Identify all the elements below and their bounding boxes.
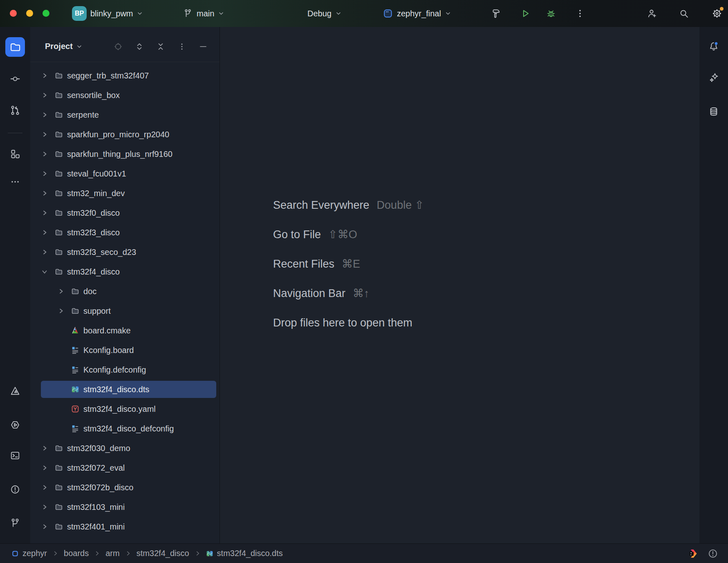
tree-row[interactable]: steval_fcu001v1 <box>30 164 220 183</box>
chevron-right-icon[interactable] <box>41 209 55 217</box>
maximize-window-icon[interactable] <box>43 10 49 17</box>
tree-row[interactable]: serpente <box>30 105 220 125</box>
jetbrains-logo-icon[interactable] <box>688 548 699 559</box>
branch-selector[interactable]: main <box>183 6 224 21</box>
locate-target-icon[interactable] <box>112 41 124 52</box>
tree-row[interactable]: stm32f401_mini <box>30 517 220 536</box>
tree-row-label: doc <box>83 287 96 296</box>
tree-row[interactable]: stm32f4_disco_defconfig <box>30 419 220 438</box>
breadcrumb-label: arm <box>105 549 119 558</box>
tree-row[interactable]: sensortile_box <box>30 85 220 105</box>
cmake-tool-button[interactable] <box>8 384 22 398</box>
breadcrumb-item[interactable]: zephyr <box>11 549 47 558</box>
tree-row[interactable]: stm32f0_disco <box>30 203 220 223</box>
run-button[interactable] <box>518 7 532 20</box>
chevron-down-icon[interactable] <box>41 268 55 275</box>
problems-icon <box>10 484 20 495</box>
tree-row[interactable]: stm32f030_demo <box>30 438 220 458</box>
chevron-right-icon[interactable] <box>41 92 55 99</box>
settings-button[interactable] <box>710 7 724 20</box>
kconfig-icon <box>71 366 79 374</box>
collapse-all-icon[interactable] <box>155 41 166 52</box>
tree-row[interactable]: sparkfun_pro_micro_rp2040 <box>30 125 220 144</box>
chevron-right-icon[interactable] <box>41 445 55 452</box>
tree-row[interactable]: segger_trb_stm32f407 <box>30 66 220 85</box>
tree-row[interactable]: stm32f4_disco.dts <box>30 380 220 399</box>
ai-assistant-button[interactable] <box>707 71 721 85</box>
panel-options-kebab-icon[interactable] <box>176 41 188 52</box>
search-everywhere-button[interactable] <box>677 7 691 20</box>
tree-row[interactable]: stm32_min_dev <box>30 183 220 203</box>
tree-row[interactable]: sparkfun_thing_plus_nrf9160 <box>30 144 220 164</box>
chevron-right-icon[interactable] <box>41 484 55 491</box>
folder-icon <box>55 464 63 472</box>
breadcrumb-item[interactable]: stm32f4_disco <box>137 549 189 558</box>
tree-row[interactable]: Kconfig.board <box>30 340 220 360</box>
tree-row[interactable]: stm32f072b_disco <box>30 478 220 497</box>
tree-row[interactable]: Kconfig.defconfig <box>30 360 220 380</box>
tree-row[interactable]: board.cmake <box>30 321 220 340</box>
more-actions-button[interactable] <box>573 7 587 20</box>
folder-icon <box>55 523 63 531</box>
build-hammer-icon <box>491 8 502 19</box>
chevron-down-icon <box>218 10 224 17</box>
commit-tool-button[interactable] <box>8 72 22 86</box>
tree-row-label: support <box>83 306 111 316</box>
project-folder-icon <box>9 41 21 53</box>
chevron-right-icon[interactable] <box>41 503 55 511</box>
minimize-window-icon[interactable] <box>26 10 33 17</box>
run-config-selector[interactable]: zephyr_final <box>383 6 451 21</box>
services-hexagon-play-icon <box>10 420 20 430</box>
structure-tool-button[interactable] <box>8 147 22 161</box>
tree-row[interactable]: stm32f3_seco_d23 <box>30 242 220 262</box>
breadcrumb-item[interactable]: arm <box>105 549 119 558</box>
chevron-right-icon[interactable] <box>41 150 55 158</box>
debug-menu[interactable]: Debug <box>307 6 342 21</box>
chevron-right-icon[interactable] <box>41 111 55 118</box>
project-selector[interactable]: BP blinky_pwm <box>72 6 143 21</box>
tree-row[interactable]: doc <box>30 282 220 301</box>
close-window-icon[interactable] <box>10 10 17 17</box>
chevron-right-icon[interactable] <box>41 190 55 197</box>
database-tool-button[interactable] <box>707 105 721 118</box>
tree-row[interactable]: stm32f103_mini <box>30 497 220 517</box>
project-tool-button[interactable] <box>5 37 25 57</box>
breadcrumb-item[interactable]: stm32f4_disco.dts <box>206 549 283 558</box>
git-tool-button[interactable] <box>8 516 22 530</box>
breadcrumb-separator-icon <box>195 550 201 556</box>
chevron-right-icon[interactable] <box>57 307 71 315</box>
chevron-right-icon[interactable] <box>41 523 55 530</box>
project-panel-title[interactable]: Project <box>45 42 83 51</box>
tree-row[interactable]: stm32f4_disco <box>30 262 220 282</box>
services-tool-button[interactable] <box>8 418 22 432</box>
cmake-tool-icon <box>10 386 20 396</box>
event-exclamation-icon[interactable] <box>708 548 718 559</box>
build-button[interactable] <box>489 7 503 20</box>
pull-requests-tool-button[interactable] <box>8 103 22 117</box>
chevron-right-icon[interactable] <box>41 72 55 79</box>
tree-row-label: segger_trb_stm32f407 <box>67 71 149 80</box>
project-tree: segger_trb_stm32f407sensortile_boxserpen… <box>30 62 220 536</box>
chevron-right-icon[interactable] <box>41 170 55 177</box>
chevron-right-icon[interactable] <box>41 131 55 138</box>
tree-row[interactable]: support <box>30 301 220 321</box>
kconfig-icon <box>71 346 79 354</box>
rail-divider <box>8 133 22 133</box>
hide-panel-icon[interactable] <box>197 41 209 52</box>
terminal-tool-button[interactable] <box>8 449 22 462</box>
chevron-right-icon[interactable] <box>57 288 71 295</box>
chevron-right-icon[interactable] <box>41 248 55 256</box>
add-user-button[interactable] <box>645 7 659 20</box>
database-icon <box>708 106 719 117</box>
tree-row[interactable]: stm32f072_eval <box>30 458 220 478</box>
debug-button[interactable] <box>544 7 558 20</box>
chevron-right-icon[interactable] <box>41 464 55 471</box>
expand-all-icon[interactable] <box>134 41 145 52</box>
notifications-button[interactable] <box>707 39 721 53</box>
breadcrumb-item[interactable]: boards <box>64 549 89 558</box>
chevron-right-icon[interactable] <box>41 229 55 236</box>
more-tools-button[interactable] <box>8 175 22 189</box>
tree-row[interactable]: stm32f3_disco <box>30 223 220 242</box>
tree-row[interactable]: stm32f4_disco.yaml <box>30 399 220 419</box>
problems-tool-button[interactable] <box>8 483 22 496</box>
